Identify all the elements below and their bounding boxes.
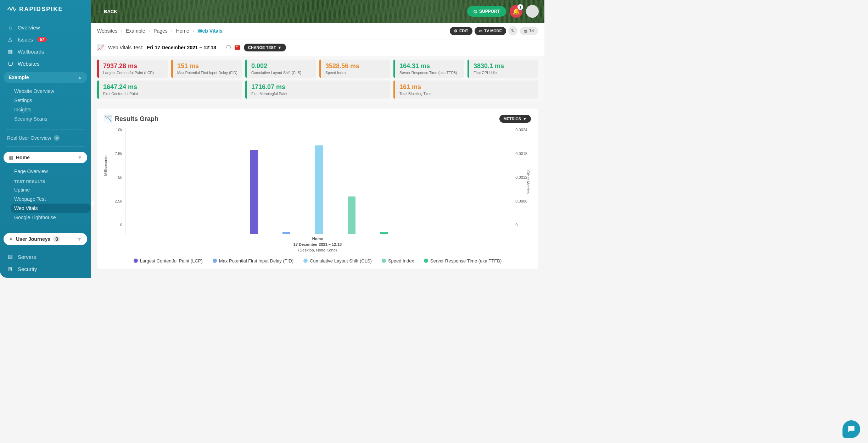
sidebar-item-website-overview[interactable]: Website Overview	[11, 87, 91, 96]
nav-overview-label: Overview	[18, 24, 40, 31]
metric-tile[interactable]: 3830.1 msFirst CPU Idle	[467, 60, 538, 78]
breadcrumb-bar: Websites› Example› Pages› Home› Web Vita…	[91, 23, 544, 39]
sidebar-item-settings[interactable]: Settings	[11, 96, 91, 105]
chevron-down-icon: ▼	[278, 45, 282, 50]
flag-icon	[235, 45, 240, 50]
legend-item[interactable]: Largest Contentful Paint (LCP)	[134, 258, 203, 264]
card-title-text: Results Graph	[115, 115, 158, 123]
legend-item[interactable]: Server Response Time (aka TTFB)	[424, 258, 502, 264]
x-axis-caption: Home 17 December 2021 – 12:13 (Desktop, …	[104, 236, 531, 253]
nav-security[interactable]: ⛨Security	[3, 263, 88, 275]
page-icon: ▦	[9, 155, 13, 160]
legend-item[interactable]: Max Potential First Input Delay (FID)	[213, 258, 293, 264]
results-graph-card: 📉Results Graph METRICS▼ Milliseconds 10k…	[97, 109, 538, 269]
y-tick: 7.5k	[115, 151, 122, 156]
legend-item[interactable]: Speed Index	[382, 258, 414, 264]
metric-tile[interactable]: 164.31 msServer Response Time (aka TTFB)	[393, 60, 464, 78]
sidebar-item-web-vitals[interactable]: Web Vitals	[11, 204, 91, 213]
chevron-down-icon: ▼	[77, 155, 82, 160]
divider	[7, 129, 84, 129]
tv-mode-button[interactable]: ▭TV MODE	[475, 27, 506, 35]
y-axis-left: 10k7.5k5k2.5k0	[104, 128, 125, 234]
chart-bar[interactable]	[282, 232, 290, 234]
logo-icon	[7, 6, 16, 13]
legend-swatch	[134, 259, 138, 263]
sidebar-item-page-overview[interactable]: Page Overview	[11, 167, 91, 176]
legend-label: Max Potential First Input Delay (FID)	[219, 258, 293, 264]
y-tick: 0.0018	[515, 151, 527, 156]
sidebar-item-real-user-overview[interactable]: Real User Overview ✕	[0, 132, 91, 144]
nav-servers[interactable]: ▤Servers	[3, 251, 88, 263]
metric-label: Speed Index	[325, 71, 386, 75]
user-avatar[interactable]	[526, 5, 539, 18]
metric-label: Cumulative Layout Shift (CLS)	[251, 71, 312, 75]
back-button[interactable]: ←BACK	[96, 9, 117, 14]
chevron-up-icon: ▲	[77, 74, 82, 80]
sidebar-item-insights[interactable]: Insights	[11, 105, 91, 114]
metric-tile[interactable]: 0.002Cumulative Layout Shift (CLS)	[245, 60, 316, 78]
refresh-button[interactable]: ↻	[508, 26, 517, 35]
support-button[interactable]: ◎SUPPORT	[467, 6, 506, 17]
brand-logo[interactable]: RAPIDSPIKE	[0, 0, 91, 21]
nav-issues[interactable]: △Issues57	[3, 33, 88, 45]
nav-websites[interactable]: 🖵Websites	[3, 57, 88, 70]
metric-label: First CPU Idle	[474, 71, 534, 75]
site-selector-label: Example	[9, 74, 29, 80]
header-banner: ←BACK ◎SUPPORT 🔔 1	[91, 0, 544, 23]
metric-tile[interactable]: 151 msMax Potential First Input Delay (F…	[171, 60, 242, 78]
nav-overview[interactable]: ⌂Overview	[3, 21, 88, 33]
chart-bars	[125, 128, 513, 234]
crumb-websites[interactable]: Websites	[97, 28, 117, 34]
edit-button[interactable]: ⚙EDIT	[450, 27, 472, 35]
legend-label: Server Response Time (aka TTFB)	[430, 258, 502, 264]
page-selector-pill[interactable]: ▦Home ▼	[4, 152, 87, 163]
metric-tile[interactable]: 1716.07 msFirst Meaningful Paint	[245, 81, 390, 99]
crumb-home[interactable]: Home	[176, 28, 189, 34]
date-range-button[interactable]: ◷7d	[520, 27, 538, 35]
site-selector-pill[interactable]: Example ▲	[4, 72, 87, 83]
metric-tile[interactable]: 3528.56 msSpeed Index	[319, 60, 390, 78]
chart-bar[interactable]	[315, 145, 323, 234]
edit-label: EDIT	[459, 29, 468, 33]
metric-tile[interactable]: 1647.24 msFirst Contentful Paint	[97, 81, 242, 99]
gear-icon: ⚙	[454, 29, 458, 33]
sidebar-item-uptime[interactable]: Uptime	[11, 185, 91, 194]
change-test-button[interactable]: CHANGE TEST▼	[244, 44, 286, 51]
chart-bar[interactable]	[380, 232, 388, 234]
home-icon: ⌂	[7, 24, 13, 31]
sidebar-item-webpage-test[interactable]: Webpage Test	[11, 194, 91, 204]
chart-line-icon: 📉	[104, 115, 112, 123]
tv-label: TV MODE	[484, 29, 502, 33]
crumb-pages[interactable]: Pages	[153, 28, 168, 34]
notifications-button[interactable]: 🔔 1	[510, 5, 522, 18]
journey-icon: ✦	[9, 236, 13, 242]
crumb-example[interactable]: Example	[126, 28, 145, 34]
chart-legend: Largest Contentful Paint (LCP)Max Potent…	[104, 253, 531, 267]
metric-tile[interactable]: 7937.28 msLargest Contentful Paint (LCP)	[97, 60, 168, 78]
metric-label: Server Response Time (aka TTFB)	[399, 71, 460, 75]
sidebar-item-google-lighthouse[interactable]: Google Lighthouse	[11, 213, 91, 222]
close-icon[interactable]: ✕	[54, 135, 60, 141]
desktop-icon: 🖵	[226, 45, 231, 50]
metric-tile[interactable]: 161 msTotal Blocking Time	[393, 81, 538, 99]
page-selector-label: Home	[16, 155, 30, 160]
legend-label: Speed Index	[388, 258, 414, 264]
legend-item[interactable]: Cumulative Layout Shift (CLS)	[303, 258, 372, 264]
chart-bar[interactable]	[250, 150, 258, 234]
y-tick: 2.5k	[115, 199, 122, 203]
nav-wallboards[interactable]: ▦Wallboards	[3, 45, 88, 57]
metric-label: First Meaningful Paint	[251, 92, 386, 96]
nav-websites-label: Websites	[18, 61, 39, 67]
metrics-button[interactable]: METRICS▼	[499, 115, 531, 123]
test-prefix: Web Vitals Test:	[108, 45, 144, 50]
brand-text: RAPIDSPIKE	[19, 6, 63, 13]
arrow-left-icon: ←	[96, 9, 101, 14]
sidebar-item-security-scans[interactable]: Security Scans	[11, 114, 91, 123]
caption-line-3: (Desktop, Hong Kong)	[104, 248, 531, 253]
y-tick: 5k	[115, 175, 122, 179]
crumb-current: Web Vitals	[198, 28, 223, 34]
chart-bar[interactable]	[348, 196, 355, 234]
metric-value: 0.002	[251, 62, 312, 70]
user-journeys-pill[interactable]: ✦User Journeys0 ▼	[4, 233, 87, 245]
warning-icon: △	[7, 36, 13, 43]
